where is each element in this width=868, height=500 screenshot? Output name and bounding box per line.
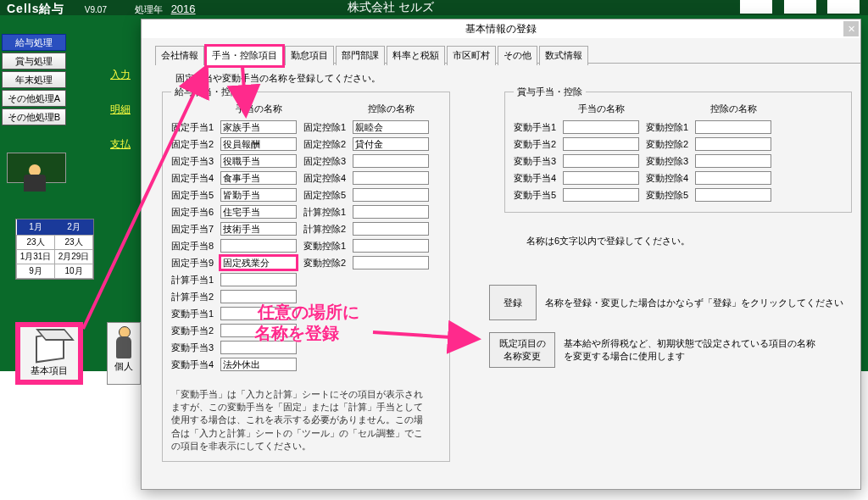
bonus-allow-input[interactable] (563, 171, 639, 185)
salary-allow-label: 固定手当7 (171, 223, 220, 236)
bonus-deduct-row: 変動控除1 (646, 119, 771, 136)
salary-deduct-label: 計算控除1 (303, 206, 353, 219)
cal-h2[interactable]: 2月 (55, 219, 93, 236)
month-calendar: 1月2月 23人23人 1月31日2月29日 9月10月 (15, 219, 94, 280)
salary-deduct-row: 計算控除2 (303, 220, 429, 237)
salary-allow-input[interactable] (220, 137, 297, 151)
salary-deduct-row: 固定控除3 (303, 153, 429, 169)
dialog-tabs: 会社情報 手当・控除項目 勤怠項目 部門部課 料率と税額 市区町村 その他 数式… (155, 45, 860, 64)
tab-allowance[interactable]: 手当・控除項目 (206, 46, 283, 66)
salary-deduct-label: 固定控除2 (303, 138, 353, 151)
salary-deduct-input[interactable] (353, 188, 429, 202)
basic-items-button[interactable]: 基本項目 (15, 322, 83, 385)
bonus-allow-label: 変動手当5 (514, 189, 563, 202)
nav-other-b[interactable]: その他処理B (2, 108, 66, 125)
basic-info-dialog: 基本情報の登録 ✕ 会社情報 手当・控除項目 勤怠項目 部門部課 料率と税額 市… (141, 19, 861, 490)
tab-other[interactable]: その他 (498, 46, 537, 65)
salary-allow-label: 固定手当2 (171, 138, 220, 151)
bonus-allow-row: 変動手当1 (514, 119, 639, 136)
salary-deduct-input[interactable] (353, 239, 429, 253)
salary-deduct-input[interactable] (353, 171, 429, 185)
salary-allow-input[interactable] (220, 324, 297, 337)
close-icon[interactable]: ✕ (843, 21, 859, 36)
salary-allow-row: 計算手当2 (171, 288, 297, 305)
bonus-col-deduct: 控除の名称 (695, 103, 771, 115)
salary-deduct-row: 固定控除4 (303, 169, 429, 186)
salary-allow-input[interactable] (220, 273, 297, 286)
salary-allow-label: 変動手当1 (171, 308, 220, 320)
nav-salary[interactable]: 給与処理 (2, 34, 66, 51)
cube-icon (32, 329, 66, 364)
salary-deduct-label: 計算控除2 (303, 223, 353, 236)
salary-deduct-input[interactable] (353, 120, 429, 134)
link-pay[interactable]: 支払 (110, 137, 131, 152)
bonus-deduct-input[interactable] (695, 120, 771, 134)
register-note: 名称を登録・変更した場合はかならず「登録」をクリックしてください (545, 297, 843, 309)
bonus-deduct-input[interactable] (695, 171, 771, 185)
salary-allow-input[interactable] (220, 358, 297, 371)
salary-allow-row: 固定手当1 (171, 119, 297, 136)
salary-allow-input[interactable] (220, 154, 297, 168)
salary-allow-input[interactable] (220, 256, 297, 269)
bonus-deduct-label: 変動控除1 (646, 121, 695, 134)
bonus-deduct-input[interactable] (695, 137, 771, 151)
dialog-hint: 固定手当や変動手当の名称を登録してください。 (175, 72, 860, 85)
salary-allow-input[interactable] (220, 171, 297, 185)
nav-yearend[interactable]: 年末処理 (2, 71, 66, 88)
link-input[interactable]: 入力 (110, 68, 131, 82)
cal-h1[interactable]: 1月 (17, 219, 55, 236)
salary-allow-label: 変動手当4 (171, 358, 220, 371)
salary-deduct-input[interactable] (353, 205, 429, 219)
nav-other-a[interactable]: その他処理A (2, 90, 66, 107)
bonus-allow-input[interactable] (563, 154, 639, 168)
salary-allow-input[interactable] (220, 341, 297, 354)
bonus-deduct-label: 変動控除2 (646, 138, 695, 151)
col-head-deduct: 控除の名称 (353, 103, 429, 115)
bonus-deduct-label: 変動控除4 (646, 172, 695, 185)
register-button[interactable]: 登録 (489, 285, 537, 320)
salary-allow-row: 固定手当4 (171, 169, 297, 186)
salary-group: 手当の名称 固定手当1固定手当2固定手当3固定手当4固定手当5固定手当6固定手当… (162, 92, 450, 462)
salary-deduct-label: 固定控除1 (303, 121, 353, 134)
salary-allow-row: 固定手当3 (171, 153, 297, 169)
salary-allow-row: 変動手当1 (171, 305, 297, 322)
salary-deduct-input[interactable] (353, 137, 429, 151)
salary-allow-input[interactable] (220, 222, 297, 236)
salary-deduct-input[interactable] (353, 256, 429, 269)
salary-deduct-input[interactable] (353, 154, 429, 168)
personal-button[interactable]: 個人 (107, 322, 141, 385)
company-name: 株式会社 セルズ (348, 0, 434, 15)
bonus-allow-label: 変動手当4 (514, 172, 563, 185)
salary-allow-input[interactable] (220, 239, 297, 253)
toolbar-icon-1[interactable] (740, 0, 772, 14)
app-version: V9.07 (85, 5, 107, 14)
dialog-title: 基本情報の登録 ✕ (142, 19, 860, 38)
nav-bonus[interactable]: 賞与処理 (2, 53, 66, 69)
bonus-group: 手当の名称 変動手当1変動手当2変動手当3変動手当4変動手当5 控除の名称 変動… (504, 92, 852, 213)
salary-allow-input[interactable] (220, 188, 297, 202)
tab-city[interactable]: 市区町村 (447, 46, 496, 65)
tab-rates[interactable]: 料率と税額 (387, 46, 445, 65)
app-title: Cells給与 (7, 2, 64, 15)
bonus-deduct-input[interactable] (695, 188, 771, 202)
salary-allow-input[interactable] (220, 290, 297, 303)
tab-dept[interactable]: 部門部課 (336, 46, 385, 65)
rename-button[interactable]: 既定項目の 名称変更 (489, 332, 555, 368)
salary-allow-input[interactable] (220, 307, 297, 320)
bonus-allow-input[interactable] (563, 120, 639, 134)
bonus-deduct-input[interactable] (695, 154, 771, 168)
link-detail[interactable]: 明細 (110, 103, 131, 117)
toolbar-icon-3[interactable] (827, 0, 860, 14)
tab-company[interactable]: 会社情報 (155, 46, 204, 65)
bonus-allow-row: 変動手当5 (514, 186, 639, 203)
tab-formula[interactable]: 数式情報 (539, 46, 588, 65)
bonus-allow-input[interactable] (563, 188, 639, 202)
tab-attendance[interactable]: 勤怠項目 (285, 46, 334, 65)
salary-deduct-input[interactable] (353, 222, 429, 236)
salary-allow-input[interactable] (220, 120, 297, 134)
bonus-allow-row: 変動手当2 (514, 136, 639, 153)
bonus-allow-input[interactable] (563, 137, 639, 151)
toolbar-icon-2[interactable] (784, 0, 816, 14)
salary-allow-input[interactable] (220, 205, 297, 219)
bonus-deduct-row: 変動控除2 (646, 136, 771, 153)
